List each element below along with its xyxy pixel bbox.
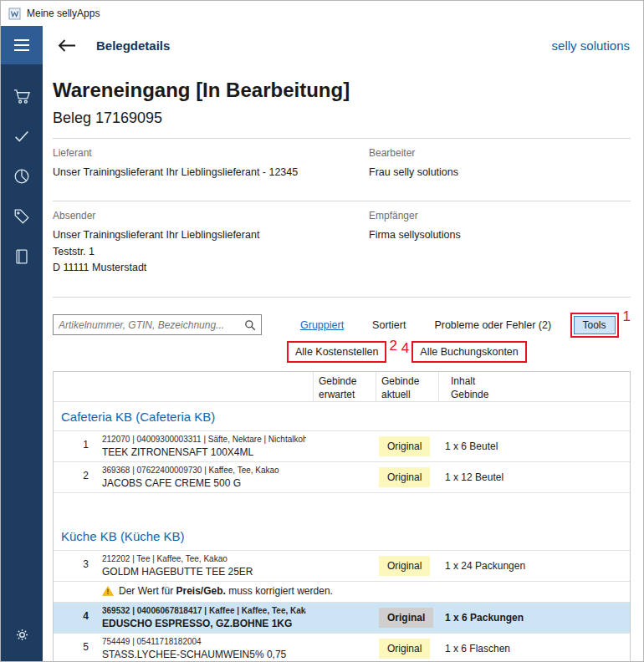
- bearbeiter-label: Bearbeiter: [369, 147, 631, 159]
- document-number: Beleg 17169095: [53, 109, 631, 127]
- group-header-cafeteria: Cafeteria KB (Cafeteria KB): [54, 402, 630, 431]
- inhalt-gebinde-value: 1 x 12 Beutel: [438, 462, 630, 492]
- tab-probleme-oder-fehler[interactable]: Probleme oder Fehler (2): [434, 319, 551, 331]
- absender-line-1: Unser Trainingslieferant Ihr Lieblingsli…: [53, 227, 369, 243]
- annotation-box-tools: Tools: [570, 313, 619, 338]
- row-meta: 212070 | 04009300003311 | Säfte, Nektare…: [102, 435, 306, 444]
- window-title: Meine sellyApps: [27, 8, 100, 19]
- absender-line-3: D 11111 Musterstadt: [53, 260, 369, 276]
- table-row-1[interactable]: 1 212070 | 04009300003311 | Säfte, Nekta…: [54, 431, 630, 462]
- inhalt-gebinde-value: 1 x 6 Beutel: [438, 431, 630, 461]
- page-title: Belegdetails: [96, 38, 170, 53]
- table-row-5[interactable]: 5 754449 | 05411718182004 STASS.LYCHEE-S…: [54, 634, 630, 662]
- inhalt-gebinde-value: 1 x 24 Packungen: [438, 551, 630, 581]
- gebinde-aktuell-badge[interactable]: Original: [379, 436, 430, 456]
- gebinde-aktuell-badge[interactable]: Original: [379, 556, 430, 576]
- toolbar: Gruppiert Sortiert Probleme oder Fehler …: [53, 313, 631, 338]
- group-header-kueche: Küche KB (Küche KB): [54, 522, 630, 551]
- col-gebinde-aktuell: Gebindeaktuell: [376, 372, 438, 401]
- table-row-2[interactable]: 2 369368 | 07622400009730 | Kaffee, Tee,…: [54, 462, 630, 493]
- table-row-3[interactable]: 3 212202 | Tee | Kaffee, Tee, Kakao GOLD…: [54, 551, 630, 582]
- warning-text: Der Wert für Preis/Geb. muss korrigiert …: [119, 585, 333, 597]
- annotation-box-kostenstellen: Alle Kostenstellen: [287, 341, 386, 363]
- gebinde-aktuell-badge[interactable]: Original: [379, 608, 433, 628]
- search-input[interactable]: [59, 319, 244, 331]
- row-name: GOLDM HAGEBUTTE TEE 25ER: [102, 566, 306, 578]
- filter-kostenstellen[interactable]: Alle Kostenstellen: [290, 344, 383, 359]
- tag-icon[interactable]: [1, 196, 43, 237]
- document-title: Wareneingang [In Bearbeitung]: [53, 79, 631, 102]
- absender-line-2: Teststr. 1: [53, 244, 369, 260]
- table-row-4[interactable]: 4 369532 | 04006067818417 | Kaffee | Kaf…: [54, 603, 630, 634]
- filter-buchungskonten[interactable]: Alle Buchungskonten: [415, 344, 523, 359]
- row-meta: 754449 | 05411718182004: [102, 637, 306, 646]
- brand-label: selly solutions: [552, 38, 630, 53]
- tab-sortiert[interactable]: Sortiert: [372, 319, 406, 331]
- sidebar: [1, 26, 43, 661]
- pie-chart-icon[interactable]: [1, 156, 43, 196]
- warning-icon: [102, 586, 114, 596]
- annotation-number-4: 4: [401, 340, 409, 357]
- tab-gruppiert[interactable]: Gruppiert: [300, 319, 344, 331]
- check-icon[interactable]: [1, 116, 43, 156]
- row-meta: 212202 | Tee | Kaffee, Tee, Kakao: [102, 554, 306, 563]
- app-icon: [8, 8, 21, 20]
- col-gebinde-erwartet: Gebindeerwartet: [314, 372, 376, 401]
- lieferant-value: Unser Trainingslieferant Ihr Lieblingsli…: [53, 165, 369, 181]
- back-button[interactable]: [56, 37, 78, 54]
- lieferant-label: Lieferant: [53, 147, 369, 159]
- book-icon[interactable]: [1, 237, 43, 277]
- divider: [53, 297, 631, 298]
- positions-table: Gebindeerwartet Gebindeaktuell InhaltGeb…: [53, 371, 631, 662]
- gebinde-aktuell-badge[interactable]: Original: [379, 639, 430, 659]
- row-meta: 369532 | 04006067818417 | Kaffee | Kaffe…: [102, 606, 306, 615]
- row-name: TEEK ZITRONENSAFT 100X4ML: [102, 446, 306, 458]
- row-name: EDUSCHO ESPRESSO, GZ.BOHNE 1KG: [102, 618, 306, 629]
- col-inhalt-gebinde: InhaltGebinde: [446, 372, 630, 401]
- tools-button[interactable]: Tools: [574, 316, 616, 334]
- view-tabs: Gruppiert Sortiert Probleme oder Fehler …: [300, 319, 551, 331]
- inhalt-gebinde-value: 1 x 6 Packungen: [438, 603, 630, 633]
- hamburger-menu-icon[interactable]: [1, 26, 43, 64]
- empfaenger-label: Empfänger: [369, 210, 631, 222]
- bearbeiter-value: Frau selly solutions: [369, 165, 631, 181]
- annotation-number-2: 2: [389, 338, 396, 354]
- fields-row-1: Lieferant Unser Trainingslieferant Ihr L…: [53, 139, 631, 190]
- fields-row-2: Absender Unser Trainingslieferant Ihr Li…: [53, 201, 631, 285]
- row-name: JACOBS CAFE CREME 500 G: [102, 477, 306, 489]
- absender-label: Absender: [53, 210, 369, 222]
- annotation-number-1: 1: [623, 308, 631, 325]
- row-meta: 369368 | 07622400009730 | Kaffee, Tee, K…: [102, 466, 306, 475]
- warning-row-preis: Der Wert für Preis/Geb. muss korrigiert …: [54, 582, 630, 603]
- row-name: STASS.LYCHEE-SCHAUMWEIN5% 0,75: [102, 649, 306, 660]
- title-bar: Meine sellyApps: [1, 1, 643, 26]
- gear-icon[interactable]: [1, 614, 43, 654]
- gebinde-aktuell-badge[interactable]: Original: [379, 467, 430, 487]
- app-window: Meine sellyApps: [0, 0, 644, 662]
- annotation-box-buchungskonten: Alle Buchungskonten: [411, 341, 526, 363]
- inhalt-gebinde-value: 1 x 6 Flaschen: [438, 634, 630, 662]
- filters-row: Alle Kostenstellen 2 4 Alle Buchungskont…: [287, 341, 631, 363]
- table-header-row: Gebindeerwartet Gebindeaktuell InhaltGeb…: [54, 372, 630, 402]
- page-header: Belegdetails selly solutions: [43, 26, 643, 65]
- search-box: [53, 314, 262, 335]
- empfaenger-value: Firma sellysolutions: [369, 227, 631, 243]
- group-gap: [54, 493, 630, 522]
- search-icon[interactable]: [244, 319, 256, 331]
- cart-icon[interactable]: [1, 76, 43, 116]
